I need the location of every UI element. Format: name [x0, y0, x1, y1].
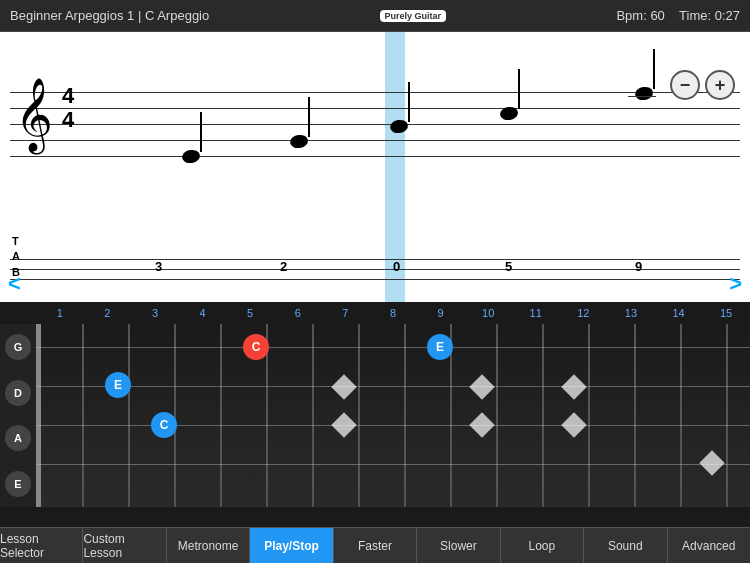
diamond-a7 [331, 412, 356, 437]
tab-line-3 [10, 279, 740, 280]
zoom-out-button[interactable]: − [670, 70, 700, 100]
tab-num-9: 9 [635, 259, 642, 274]
fret-num-8: 8 [369, 307, 417, 319]
custom-lesson-button[interactable]: Custom Lesson [83, 528, 166, 563]
tab-line-1 [10, 259, 740, 260]
diamond-d12 [561, 374, 586, 399]
fret-line-7 [358, 324, 360, 507]
fret-num-1: 1 [36, 307, 84, 319]
note-stem-3 [408, 82, 410, 122]
page-title: Beginner Arpeggios 1 | C Arpeggio [10, 8, 209, 23]
toolbar: Lesson Selector Custom Lesson Metronome … [0, 527, 750, 563]
staff-line-1 [10, 92, 740, 93]
fret-num-11: 11 [512, 307, 560, 319]
fret-num-15: 15 [702, 307, 750, 319]
play-stop-button[interactable]: Play/Stop [250, 528, 333, 563]
diamond-a10 [469, 412, 494, 437]
fret-num-13: 13 [607, 307, 655, 319]
string-g: G [5, 334, 31, 360]
note-stem-4 [518, 69, 520, 109]
tab-num-2: 2 [280, 259, 287, 274]
fret-line-2 [128, 324, 130, 507]
fretboard: C E E C [36, 324, 750, 507]
string-e: E [5, 471, 31, 497]
nut [36, 324, 41, 507]
tab-num-3: 3 [155, 259, 162, 274]
ledger-line [628, 96, 656, 97]
string-line-d [36, 386, 750, 387]
advanced-button[interactable]: Advanced [668, 528, 750, 563]
fret-line-13 [634, 324, 636, 507]
fret-line-12 [588, 324, 590, 507]
chord-dot-e-d[interactable]: E [105, 372, 131, 398]
fret-num-3: 3 [131, 307, 179, 319]
string-d: D [5, 380, 31, 406]
metronome-button[interactable]: Metronome [167, 528, 250, 563]
fret-num-5: 5 [226, 307, 274, 319]
bpm-time: Bpm: 60 Time: 0:27 [616, 8, 740, 23]
string-line-g [36, 347, 750, 348]
string-a: A [5, 425, 31, 451]
loop-button[interactable]: Loop [501, 528, 584, 563]
top-bar: Beginner Arpeggios 1 | C Arpeggio Purely… [0, 0, 750, 32]
tab-num-5: 5 [505, 259, 512, 274]
sheet-area: 𝄞 4 4 − + T A B 3 2 0 5 9 < > [0, 32, 750, 302]
fret-line-15 [726, 324, 728, 507]
staff-lines [0, 92, 750, 172]
time-sig-bottom: 4 [62, 108, 74, 132]
lesson-selector-button[interactable]: Lesson Selector [0, 528, 83, 563]
fret-num-14: 14 [655, 307, 703, 319]
chord-dot-e-g[interactable]: E [427, 334, 453, 360]
note-stem-1 [200, 112, 202, 152]
chord-dot-c-a[interactable]: C [151, 412, 177, 438]
tab-num-0: 0 [393, 259, 400, 274]
fret-num-4: 4 [179, 307, 227, 319]
staff-line-2 [10, 108, 740, 109]
zoom-buttons: − + [670, 70, 735, 100]
fret-num-12: 12 [560, 307, 608, 319]
nav-right-arrow[interactable]: > [729, 271, 742, 297]
fret-num-10: 10 [464, 307, 512, 319]
fret-line-1 [82, 324, 84, 507]
fret-line-14 [680, 324, 682, 507]
chord-dot-c-g[interactable]: C [243, 334, 269, 360]
fret-num-6: 6 [274, 307, 322, 319]
fret-num-7: 7 [322, 307, 370, 319]
staff-line-4 [10, 140, 740, 141]
staff-line-5 [10, 156, 740, 157]
string-line-e [36, 464, 750, 465]
bpm-label: Bpm: 60 [616, 8, 664, 23]
fret-line-4 [220, 324, 222, 507]
fret-line-11 [542, 324, 544, 507]
fret-num-2: 2 [84, 307, 132, 319]
diamond-e15 [699, 450, 724, 475]
fret-line-8 [404, 324, 406, 507]
bass-clef: 𝄞 [15, 82, 53, 146]
time-sig-top: 4 [62, 84, 74, 108]
note-stem-5 [653, 49, 655, 89]
tab-t: T [12, 234, 20, 249]
diamond-a12 [561, 412, 586, 437]
time-label: Time: 0:27 [679, 8, 740, 23]
fret-numbers-row: 1 2 3 4 5 6 7 8 9 10 11 12 13 14 15 [0, 302, 750, 324]
tab-a: A [12, 249, 20, 264]
diamond-d10 [469, 374, 494, 399]
fretboard-area: 1 2 3 4 5 6 7 8 9 10 11 12 13 14 15 G D … [0, 302, 750, 507]
diamond-d7 [331, 374, 356, 399]
fret-line-6 [312, 324, 314, 507]
time-signature: 4 4 [62, 84, 74, 132]
staff-line-3 [10, 124, 740, 125]
nav-left-arrow[interactable]: < [8, 271, 21, 297]
faster-button[interactable]: Faster [334, 528, 417, 563]
logo: Purely Guitar [380, 10, 447, 22]
zoom-in-button[interactable]: + [705, 70, 735, 100]
note-stem-2 [308, 97, 310, 137]
slower-button[interactable]: Slower [417, 528, 500, 563]
string-line-a [36, 425, 750, 426]
string-labels: G D A E [0, 324, 36, 507]
sound-button[interactable]: Sound [584, 528, 667, 563]
fret-line-3 [174, 324, 176, 507]
tab-line-2 [10, 269, 740, 270]
fret-line-10 [496, 324, 498, 507]
fret-num-9: 9 [417, 307, 465, 319]
